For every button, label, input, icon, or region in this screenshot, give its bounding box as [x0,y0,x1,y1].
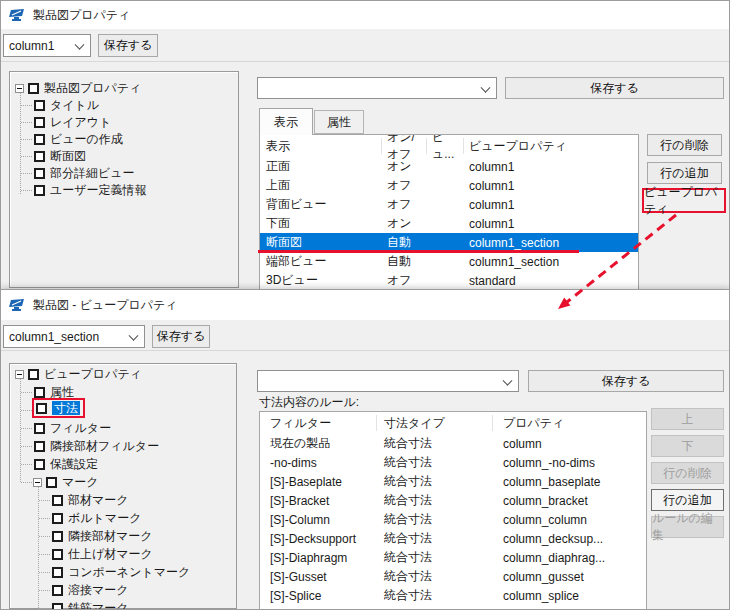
filter-combobox[interactable] [257,77,497,99]
tree-item-label[interactable]: 部分詳細ビュー [50,166,135,180]
column-header[interactable]: オン/オフ [382,138,427,154]
tree-item[interactable]: フィルター [34,420,111,436]
tree-checkbox[interactable] [52,531,63,542]
column-header[interactable]: ビュ... [427,138,464,154]
tree-item-label[interactable]: レイアウト [50,115,111,129]
tree-item[interactable]: 部分詳細ビュー [34,165,135,181]
tab-display[interactable]: 表示 [259,108,313,135]
tree-checkbox[interactable] [52,495,63,506]
column-header[interactable]: プロパティ [493,415,646,431]
tree-item[interactable]: 溶接マーク [52,582,129,598]
tree-item-label[interactable]: 鉄筋マーク [68,601,129,610]
column-header[interactable]: 寸法タイプ [377,415,493,431]
table-row[interactable]: [S]-Column 統合寸法 column_column [260,510,646,529]
tree-item-label[interactable]: ボルトマーク [68,511,141,525]
filter-combobox[interactable] [257,370,519,392]
tree-checkbox[interactable] [34,387,45,398]
add-row-button[interactable]: 行の追加 [647,162,722,184]
tree-checkbox[interactable] [34,441,45,452]
table-row[interactable]: [S]-Baseplate 統合寸法 column_baseplate [260,472,646,491]
tree-checkbox[interactable] [52,603,63,610]
tree-item-label[interactable]: 仕上げ材マーク [68,547,153,561]
move-up-button[interactable]: 上 [651,408,724,430]
view-properties-button[interactable]: ビュープロパティ [644,190,724,211]
tree-item[interactable]: ユーザー定義情報 [34,182,147,198]
tree-item[interactable]: 断面図 [34,148,86,164]
table-row[interactable]: [S]-Bracket 統合寸法 column_bracket [260,491,646,510]
tree-checkbox[interactable] [34,117,45,128]
tree-item-label[interactable]: ビューの作成 [50,132,123,146]
tree-item-label[interactable]: 溶接マーク [68,583,129,597]
table-row[interactable]: [S]-Gusset 統合寸法 column_gusset [260,567,646,586]
tree-checkbox[interactable] [34,151,45,162]
tree-item-selected[interactable]: 寸法 [32,400,85,416]
tree-item[interactable]: 仕上げ材マーク [52,546,153,562]
tree-checkbox[interactable] [46,477,57,488]
tree-checkbox[interactable] [34,459,45,470]
column-header[interactable]: フィルター [260,415,377,431]
collapse-icon[interactable] [33,478,42,487]
tree-checkbox[interactable] [34,423,45,434]
table-row[interactable]: 下面 オン column1 [260,214,638,233]
tree-item-root[interactable]: ビュープロパティ [15,366,142,382]
tree-item-label[interactable]: ユーザー定義情報 [50,183,147,197]
table-row[interactable]: -no-dims 統合寸法 column_-no-dims [260,453,646,472]
tree-item[interactable]: レイアウト [34,114,111,130]
table-row[interactable]: [S]-Splice 統合寸法 column_splice [260,586,646,605]
delete-row-button[interactable]: 行の削除 [647,134,722,156]
table-row[interactable]: 背面ビュー オフ column1 [260,195,638,214]
tree-checkbox[interactable] [34,134,45,145]
tree-item-label[interactable]: 断面図 [50,149,86,163]
tree-checkbox[interactable] [52,585,63,596]
tree-item[interactable]: 保護設定 [34,456,98,472]
add-row-button[interactable]: 行の追加 [651,489,724,511]
tree-item[interactable]: コンポーネントマーク [52,564,190,580]
tree-item[interactable]: 部材マーク [52,492,129,508]
tree-checkbox[interactable] [34,168,45,179]
save-filter-button[interactable]: 保存する [528,370,724,392]
tree-checkbox[interactable] [28,369,39,380]
table-row[interactable]: 3Dビュー オフ standard [260,271,638,290]
table-row[interactable]: 上面 オフ column1 [260,176,638,195]
tree-item-label[interactable]: フィルター [50,421,111,435]
table-row[interactable]: [S]-Diaphragm 統合寸法 column_diaphrag... [260,548,646,567]
tree-item[interactable]: ボルトマーク [52,510,141,526]
column-header[interactable]: 表示 [260,138,382,154]
table-row[interactable]: [S]-Decksupport 統合寸法 column_decksup... [260,529,646,548]
edit-rule-button[interactable]: ルールの編集 [651,516,724,538]
tree-item-label[interactable]: 寸法 [52,401,80,415]
tree-item-mark[interactable]: マーク [33,474,99,490]
tree-item-label[interactable]: 保護設定 [50,457,98,471]
table-row[interactable]: 端部ビュー 自動 column1_section [260,252,638,271]
tree-checkbox[interactable] [34,100,45,111]
collapse-icon[interactable] [15,370,24,379]
tree-item[interactable]: 隣接部材フィルター [34,438,159,454]
tree-checkbox[interactable] [34,185,45,196]
tree-checkbox[interactable] [52,513,63,524]
save-button[interactable]: 保存する [98,34,158,57]
tree-checkbox[interactable] [52,567,63,578]
titlebar[interactable]: 製品図 - ビュープロパティ [1,290,729,320]
tree-item[interactable]: 隣接部材マーク [52,528,153,544]
tree-item[interactable]: 鉄筋マーク [52,600,129,610]
move-down-button[interactable]: 下 [651,435,724,457]
collapse-icon[interactable] [15,84,24,93]
save-filter-button[interactable]: 保存する [505,77,724,99]
tree-item-label[interactable]: 製品図プロパティ [44,81,141,95]
tree-item-label[interactable]: コンポーネントマーク [68,565,190,579]
column-header[interactable]: ビュープロパティ [464,138,638,154]
tree-item-label[interactable]: 属性 [50,385,74,399]
tree-checkbox[interactable] [36,403,47,414]
tree-item-label[interactable]: 部材マーク [68,493,129,507]
tree-checkbox[interactable] [52,549,63,560]
tree-item-label[interactable]: 隣接部材フィルター [50,439,159,453]
tree-item-label[interactable]: マーク [62,475,99,489]
table-row[interactable]: 現在の製品 統合寸法 column [260,434,646,453]
tree-checkbox[interactable] [28,83,39,94]
tree-item-label[interactable]: タイトル [50,98,99,112]
tree-item[interactable]: ビューの作成 [34,131,123,147]
profile-combobox[interactable]: column1_section [3,325,145,348]
tree-item-label[interactable]: ビュープロパティ [44,367,142,381]
tree-item-root[interactable]: 製品図プロパティ [15,80,141,96]
profile-combobox[interactable]: column1 [3,34,91,57]
